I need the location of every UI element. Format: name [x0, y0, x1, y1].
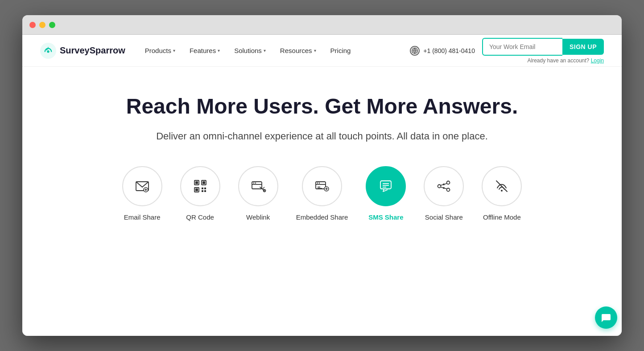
svg-line-22 — [263, 187, 264, 189]
hero-title: Reach More Users. Get More Answers. — [40, 94, 604, 119]
weblink-share-label: Weblink — [246, 213, 270, 221]
browser-window: SurveySparrow Products ▾ Features ▾ Solu… — [22, 15, 622, 336]
share-item-embedded[interactable]: Embedded Share — [296, 166, 348, 221]
close-button[interactable] — [29, 22, 36, 28]
chevron-down-icon: ▾ — [264, 48, 266, 53]
nav-products[interactable]: Products ▾ — [140, 43, 181, 58]
nav-features[interactable]: Features ▾ — [184, 43, 225, 58]
browser-content: SurveySparrow Products ▾ Features ▾ Solu… — [22, 35, 622, 336]
social-share-circle — [424, 166, 464, 206]
svg-point-41 — [443, 184, 445, 185]
email-signup: SIGN UP — [482, 38, 604, 56]
chevron-down-icon: ▾ — [173, 48, 175, 53]
svg-point-42 — [443, 187, 445, 189]
email-share-circle — [122, 166, 162, 206]
browser-titlebar — [22, 15, 622, 35]
offline-share-label: Offline Mode — [483, 213, 521, 221]
share-item-offline[interactable]: Offline Mode — [482, 166, 522, 221]
social-share-label: Social Share — [425, 213, 463, 221]
nav-resources[interactable]: Resources ▾ — [275, 43, 322, 58]
navbar: SurveySparrow Products ▾ Features ▾ Solu… — [22, 35, 622, 67]
svg-rect-15 — [202, 190, 203, 192]
chevron-down-icon: ▾ — [218, 48, 220, 53]
svg-rect-8 — [195, 181, 198, 184]
logo-icon — [40, 43, 56, 59]
sms-share-circle — [366, 166, 406, 206]
nav-pricing[interactable]: Pricing — [325, 43, 356, 58]
svg-point-19 — [253, 183, 254, 184]
login-link[interactable]: Login — [591, 57, 604, 64]
svg-point-1 — [47, 50, 49, 53]
chat-button[interactable] — [595, 306, 617, 329]
share-item-weblink[interactable]: Weblink — [238, 166, 278, 221]
phone-number: +1 (800) 481-0410 — [423, 47, 475, 54]
svg-rect-16 — [204, 190, 206, 192]
share-item-email[interactable]: Email Share — [122, 166, 162, 221]
nav-right: +1 (800) 481-0410 SIGN UP Already have a… — [410, 38, 604, 64]
traffic-lights — [29, 22, 55, 28]
svg-point-38 — [447, 188, 450, 191]
svg-point-43 — [501, 190, 503, 192]
hero-subtitle: Deliver an omni-channel experience at al… — [153, 128, 491, 144]
svg-rect-12 — [195, 188, 198, 191]
nav-solutions[interactable]: Solutions ▾ — [229, 43, 271, 58]
embedded-share-circle — [302, 166, 342, 206]
svg-rect-10 — [202, 181, 205, 184]
svg-rect-32 — [380, 181, 391, 189]
svg-point-37 — [447, 181, 450, 184]
globe-phone: +1 (800) 481-0410 — [410, 46, 475, 56]
qr-share-circle — [180, 166, 220, 206]
minimize-button[interactable] — [39, 22, 45, 28]
share-item-social[interactable]: Social Share — [424, 166, 464, 221]
svg-point-25 — [317, 183, 318, 184]
svg-point-36 — [438, 184, 441, 188]
email-input[interactable] — [482, 38, 562, 56]
share-item-sms[interactable]: SMS Share — [366, 166, 406, 221]
signup-wrapper: SIGN UP Already have an account? Login — [482, 38, 604, 64]
email-share-label: Email Share — [124, 213, 161, 221]
maximize-button[interactable] — [49, 22, 55, 28]
embedded-share-label: Embedded Share — [296, 213, 348, 221]
svg-point-26 — [319, 183, 320, 184]
globe-icon[interactable] — [410, 46, 420, 56]
sms-share-label: SMS Share — [368, 213, 403, 221]
nav-links: Products ▾ Features ▾ Solutions ▾ Resour… — [140, 43, 410, 58]
svg-rect-13 — [202, 188, 203, 189]
signup-button[interactable]: SIGN UP — [562, 39, 604, 55]
share-options: Email Share — [40, 166, 604, 221]
hero-section: Reach More Users. Get More Answers. Deli… — [22, 67, 622, 239]
qr-share-label: QR Code — [186, 213, 214, 221]
offline-share-circle — [482, 166, 522, 206]
chevron-down-icon: ▾ — [314, 48, 316, 53]
weblink-share-circle — [238, 166, 278, 206]
share-item-qr[interactable]: QR Code — [180, 166, 220, 221]
already-account: Already have an account? Login — [528, 57, 604, 64]
svg-point-20 — [255, 183, 256, 184]
logo-text: SurveySparrow — [60, 45, 125, 56]
svg-rect-14 — [204, 188, 206, 189]
logo[interactable]: SurveySparrow — [40, 43, 125, 59]
